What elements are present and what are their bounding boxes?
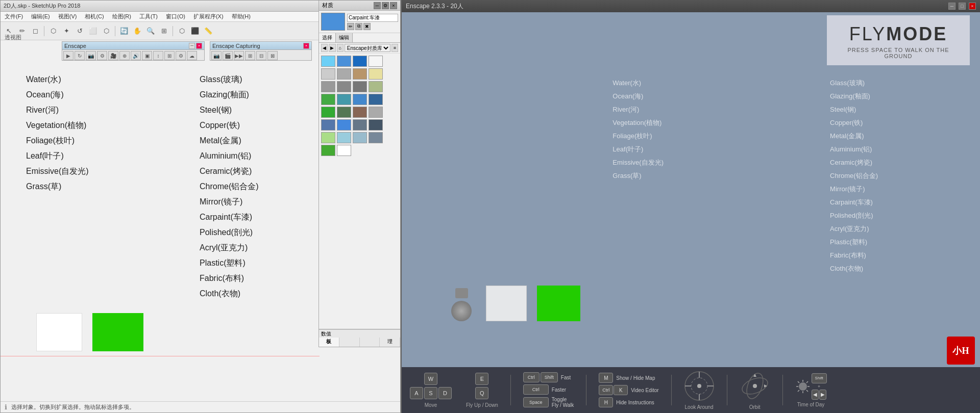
scale-tool[interactable]: ⬜	[87, 25, 99, 37]
key-right-arrow[interactable]: ▶	[819, 390, 826, 400]
swatch-0[interactable]	[321, 56, 335, 67]
enscape-maximize-btn[interactable]: □	[959, 3, 966, 10]
erase-tool[interactable]: ◻	[29, 25, 41, 37]
swatch-10[interactable]	[353, 81, 367, 92]
mat-grass[interactable]: Grass(草)	[26, 179, 89, 194]
enscape-panel-close[interactable]: ×	[196, 43, 202, 49]
key-e[interactable]: E	[475, 373, 488, 385]
menu-camera[interactable]: 相机(C)	[83, 13, 106, 20]
key-shift-tod[interactable]: Shift	[812, 373, 827, 383]
mat-ceramic[interactable]: Ceramic(烤瓷)	[200, 164, 259, 179]
swatch-19[interactable]	[369, 107, 383, 118]
mat-plastic[interactable]: Plastic(塑料)	[200, 255, 259, 271]
swatch-1[interactable]	[337, 56, 351, 67]
measure-tool[interactable]: 📏	[202, 25, 214, 37]
enscape-btn-8[interactable]: ▣	[142, 51, 152, 60]
mat-chrome[interactable]: Chrome(铝合金)	[200, 179, 259, 194]
mat-copy-btn[interactable]: ⧉	[355, 23, 362, 30]
capture-btn-1[interactable]: 📷	[211, 51, 222, 60]
key-w[interactable]: W	[424, 373, 437, 385]
swatch-21[interactable]	[337, 119, 351, 131]
enscape-btn-12[interactable]: ☁	[187, 51, 197, 60]
swatch-25[interactable]	[337, 132, 351, 143]
tab-edit[interactable]: 编辑	[336, 33, 353, 42]
mat-cloth[interactable]: Cloth(衣物)	[200, 286, 259, 301]
mat-folder-select[interactable]: Enscape封质库	[345, 44, 390, 52]
swatch-28[interactable]	[321, 145, 335, 156]
swatch-23[interactable]	[369, 119, 383, 131]
mat-copper[interactable]: Copper(铁)	[200, 118, 259, 133]
component-tool[interactable]: ⬡	[176, 25, 188, 37]
orbit-tool[interactable]: 🔄	[118, 25, 130, 37]
mat-metal[interactable]: Metal(金属)	[200, 133, 259, 148]
swatch-4[interactable]	[321, 68, 335, 80]
mat-ocean[interactable]: Ocean(海)	[26, 87, 89, 102]
key-k[interactable]: K	[614, 385, 628, 395]
menu-edit[interactable]: 编辑(E)	[29, 13, 52, 20]
mat-mirror[interactable]: Mirror(镜子)	[200, 194, 259, 210]
tab-select[interactable]: 选择	[319, 33, 336, 42]
enscape-btn-5[interactable]: 🎥	[108, 51, 118, 60]
swatch-26[interactable]	[353, 132, 367, 143]
swatch-15[interactable]	[369, 94, 383, 105]
key-h[interactable]: H	[599, 397, 613, 407]
key-left-arrow[interactable]: ◀	[812, 390, 819, 400]
mat-aluminium[interactable]: Aluminium(铝)	[200, 148, 259, 164]
key-ctrl[interactable]: Ctrl	[523, 372, 540, 382]
mat-foliage[interactable]: Foliage(枝叶)	[26, 133, 89, 148]
menu-window[interactable]: 窗口(O)	[164, 13, 187, 20]
enscape-btn-2[interactable]: ↻	[75, 51, 85, 60]
mat-leaf[interactable]: Leaf(叶子)	[26, 148, 89, 164]
mat-vegetation[interactable]: Vegetation(植物)	[26, 118, 89, 133]
key-s[interactable]: S	[424, 387, 437, 399]
mat-acryl[interactable]: Acryl(亚克力)	[200, 240, 259, 255]
swatch-3[interactable]	[369, 56, 383, 67]
enscape-btn-9[interactable]: ↕	[153, 51, 163, 60]
mat-polished[interactable]: Polished(剖光)	[200, 225, 259, 240]
zoom-ext-tool[interactable]: ⊞	[158, 25, 170, 37]
enscape-btn-3[interactable]: 📷	[86, 51, 96, 60]
capture-btn-4[interactable]: ⊞	[245, 51, 255, 60]
capture-btn-5[interactable]: ⊟	[256, 51, 266, 60]
key-ctrl-v[interactable]: Ctrl	[599, 385, 613, 395]
swatch-22[interactable]	[353, 119, 367, 131]
swatch-7[interactable]	[369, 68, 383, 80]
swatch-20[interactable]	[321, 119, 335, 131]
mat-water[interactable]: Water(水)	[26, 72, 89, 87]
mat-river[interactable]: River(河)	[26, 102, 89, 118]
swatch-5[interactable]	[337, 68, 351, 80]
enscape-btn-1[interactable]: ▶	[63, 51, 74, 60]
mat-home-btn[interactable]: ⌂	[337, 44, 344, 52]
enscape-btn-4[interactable]: ⚙	[97, 51, 107, 60]
swatch-29[interactable]	[337, 145, 351, 156]
swatch-2[interactable]	[353, 56, 367, 67]
swatch-17[interactable]	[337, 107, 351, 118]
key-ctrl-2[interactable]: Ctrl	[523, 384, 549, 395]
mat-detail-btn[interactable]: ≡	[391, 44, 398, 52]
key-space[interactable]: Space	[523, 397, 549, 407]
swatch-14[interactable]	[353, 94, 367, 105]
key-q[interactable]: Q	[475, 387, 488, 399]
enscape-btn-7[interactable]: 🔊	[131, 51, 141, 60]
capture-btn-2[interactable]: 🎬	[223, 51, 233, 60]
menu-tools[interactable]: 工具(T)	[137, 13, 160, 20]
swatch-13[interactable]	[337, 94, 351, 105]
swatch-11[interactable]	[369, 81, 383, 92]
mat-panel-minimize[interactable]: ─	[374, 2, 381, 9]
mat-carpaint[interactable]: Carpaint(车漆)	[200, 210, 259, 225]
key-d[interactable]: D	[438, 387, 452, 399]
enscape-btn-11[interactable]: ⚙	[176, 51, 186, 60]
capture-btn-6[interactable]: ⊠	[267, 51, 278, 60]
mat-steel[interactable]: Steel(钢)	[200, 102, 259, 118]
mat-fabric[interactable]: Fabric(布料)	[200, 271, 259, 286]
enscape-panel-minimize[interactable]: ─	[189, 43, 195, 49]
swatch-16[interactable]	[321, 107, 335, 118]
capture-btn-3[interactable]: ▶▶	[234, 51, 244, 60]
mat-glass[interactable]: Glass(玻璃)	[200, 72, 259, 87]
swatch-8[interactable]	[321, 81, 335, 92]
move-tool[interactable]: ✦	[60, 25, 72, 37]
enscape-close-btn[interactable]: ×	[969, 3, 976, 10]
mat-back-btn[interactable]: ◀	[321, 44, 328, 52]
capture-panel-close[interactable]: ×	[303, 43, 309, 49]
mat-panel-settings[interactable]: ⚙	[382, 2, 389, 9]
